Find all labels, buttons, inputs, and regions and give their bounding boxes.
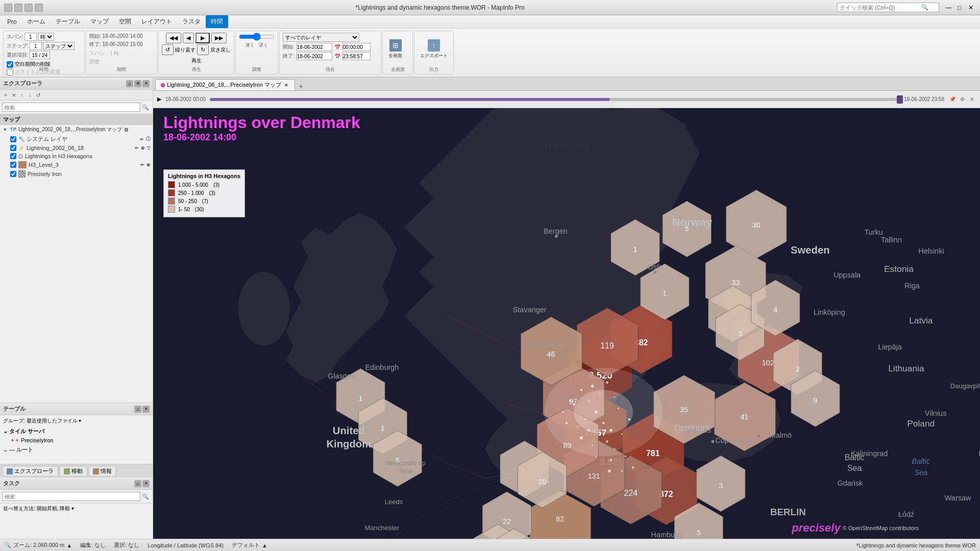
prev-button[interactable]: ◀: [183, 33, 194, 43]
system-layer-edit-icon[interactable]: ✏: [140, 137, 144, 142]
prev-fast-button[interactable]: ◀◀: [166, 33, 181, 43]
explorer-search-input[interactable]: [2, 103, 140, 112]
quick-search-box[interactable]: 🔍: [837, 3, 939, 12]
calendar-icon2[interactable]: 📅: [334, 54, 340, 59]
timeline-track[interactable]: [210, 98, 900, 101]
tab-explorer[interactable]: エクスプローラ: [2, 466, 58, 477]
add-tab-btn[interactable]: +: [296, 82, 306, 90]
map-tab-active[interactable]: Lightning_2002_06_18,...PreciselyIron マッ…: [155, 79, 295, 90]
map-root-item[interactable]: ▼ 🗺 Lightning_2002_06_18,...PreciselyIro…: [0, 125, 153, 134]
timeline-close-btn[interactable]: ✕: [968, 95, 976, 104]
panel-bottom-tabs: エクスプローラ 移動 情報: [0, 464, 153, 478]
table-expand-btn[interactable]: △: [134, 406, 141, 413]
tile-server-row[interactable]: ⌄ タイル サーバ: [0, 427, 153, 436]
tab-move[interactable]: 移動: [59, 466, 87, 477]
status-bar: 🔍 ズーム: 2.060.000 m ▲ 編集: なし 選択: なし Longi…: [0, 539, 980, 551]
lightning-filter-icon[interactable]: ▽: [147, 145, 151, 151]
timeline-pin-btn[interactable]: 📌: [948, 95, 957, 104]
timeline-settings-btn[interactable]: ⚙: [958, 95, 966, 104]
add-icon[interactable]: +: [2, 91, 9, 98]
timeline-date-right: 18-06-2002 23:58: [904, 96, 944, 102]
lightning-copy-icon[interactable]: ⊕: [141, 145, 145, 151]
menu-time[interactable]: 時間: [206, 15, 228, 28]
map-tab-close[interactable]: ✕: [283, 82, 289, 88]
svg-point-106: [609, 429, 612, 432]
down-icon[interactable]: ↓: [27, 91, 34, 98]
svg-point-121: [621, 470, 623, 472]
refresh-icon[interactable]: ↺: [35, 91, 42, 98]
step-type-select[interactable]: ステップ: [43, 42, 75, 50]
map-legend: Lightnings in H3 Hexagons 1.000 - 5.000 …: [163, 169, 245, 217]
map-settings-icon[interactable]: ⚙: [124, 127, 129, 133]
step-field: ステップ: ステップ: [7, 42, 75, 50]
map-tab-label: Lightning_2002_06_18,...PreciselyIron マッ…: [167, 81, 281, 89]
timeline-play-btn[interactable]: ▶: [157, 96, 161, 103]
explorer-expand-btn[interactable]: △: [126, 80, 133, 87]
h3level-checkbox[interactable]: [10, 162, 16, 168]
task-sort-btn[interactable]: ▾: [71, 506, 74, 511]
lightning-edit-icon[interactable]: ✏: [135, 145, 139, 151]
precisely-checkbox[interactable]: [10, 171, 16, 177]
maximize-button[interactable]: □: [954, 3, 965, 13]
svg-text:35: 35: [680, 406, 688, 414]
current-start-time[interactable]: [342, 43, 371, 51]
h3hex-checkbox[interactable]: [10, 153, 16, 159]
menu-home[interactable]: ホーム: [22, 15, 51, 28]
menu-layout[interactable]: レイアウト: [136, 15, 177, 28]
system-layer-info-icon[interactable]: ⓘ: [146, 136, 151, 142]
close-button[interactable]: ✕: [966, 3, 976, 13]
span-input[interactable]: [24, 33, 37, 41]
delete-icon[interactable]: ✕: [10, 91, 17, 98]
legend-count-3: (7): [202, 198, 208, 204]
menu-table[interactable]: テーブル: [51, 15, 85, 28]
span-unit-select[interactable]: 時: [38, 33, 54, 41]
menu-raster[interactable]: ラスタ: [177, 15, 206, 28]
h3level-copy-icon[interactable]: ⊕: [146, 162, 151, 167]
svg-point-178: [757, 434, 760, 437]
menu-spatial[interactable]: 空間: [114, 15, 136, 28]
select-input[interactable]: [30, 51, 50, 59]
quick-search-input[interactable]: [840, 5, 921, 11]
info-tab-label: 情報: [101, 467, 112, 475]
task-expand-btn[interactable]: △: [134, 480, 141, 487]
current-start-date[interactable]: [297, 43, 332, 51]
up-icon[interactable]: ↑: [18, 91, 26, 98]
zoom-arrow[interactable]: ▲: [66, 542, 72, 548]
default-arrow[interactable]: ▲: [262, 542, 267, 548]
tab-info[interactable]: 情報: [88, 466, 116, 477]
explorer-close-btn[interactable]: ✕: [142, 80, 150, 87]
minimize-button[interactable]: —: [943, 3, 953, 13]
task-search-btn[interactable]: 🔍: [140, 491, 151, 502]
menu-map[interactable]: マップ: [85, 15, 114, 28]
current-end-date[interactable]: [297, 52, 332, 60]
fullscreen-button[interactable]: ⊞ 全画面: [386, 38, 405, 61]
menu-pro[interactable]: Pro: [2, 16, 22, 28]
table-close-btn[interactable]: ✕: [142, 406, 150, 413]
export-button[interactable]: ↑ エクスポート: [418, 38, 450, 61]
task-close-btn[interactable]: ✕: [142, 480, 150, 487]
explorer-search-btn[interactable]: 🔍: [140, 102, 151, 112]
layer-select[interactable]: すべてのレイヤ: [283, 33, 359, 42]
search-icon[interactable]: 🔍: [921, 4, 928, 11]
bounce-button[interactable]: ↻: [197, 44, 209, 55]
speed-slider[interactable]: [239, 33, 275, 41]
svg-text:Manchester: Manchester: [364, 524, 400, 532]
table-group-expand[interactable]: ▾: [79, 418, 81, 423]
precisely-iron-row[interactable]: ✦✦ PreciselyIron: [0, 436, 153, 445]
timeline-thumb[interactable]: [897, 95, 903, 104]
task-search-input[interactable]: [2, 492, 140, 501]
current-end-time[interactable]: [342, 52, 371, 60]
play-button[interactable]: ▶: [195, 33, 210, 43]
explorer-options-btn[interactable]: ⚙: [134, 80, 141, 87]
precisely-tile-icon: ✦✦: [10, 437, 21, 443]
system-layer-checkbox[interactable]: [10, 136, 16, 142]
calendar-icon1[interactable]: 📅: [334, 44, 340, 50]
lightning-layer-checkbox[interactable]: [10, 145, 16, 151]
h3level-edit-icon[interactable]: ✏: [140, 162, 144, 167]
next-button[interactable]: ▶▶: [211, 33, 227, 43]
rewind-button[interactable]: ↺: [162, 44, 174, 55]
step-input[interactable]: [30, 42, 42, 50]
playback-group-label: 再生: [159, 66, 234, 73]
map-canvas[interactable]: 2.520 3.935 1.157 781 482 372 119: [153, 108, 980, 539]
expand-icon: ▼: [2, 127, 8, 132]
